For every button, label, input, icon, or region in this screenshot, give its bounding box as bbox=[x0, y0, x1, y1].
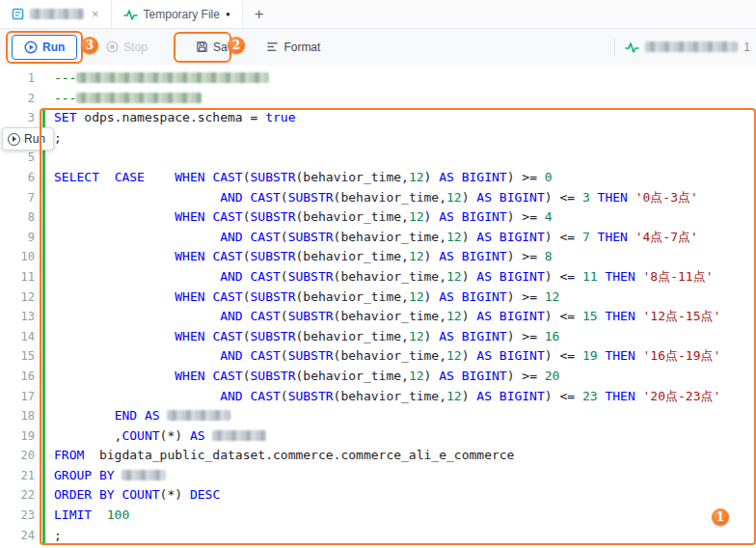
toolbar-divider bbox=[614, 39, 615, 56]
code-line[interactable]: 22ORDER BY COUNT(*) DESC bbox=[0, 485, 756, 506]
changed-line-indicator bbox=[42, 466, 45, 486]
code-line[interactable]: 7 AND CAST(SUBSTR(behavior_time,12) AS B… bbox=[0, 188, 756, 208]
script-file-icon bbox=[12, 8, 24, 20]
code-line[interactable]: 9 AND CAST(SUBSTR(behavior_time,12) AS B… bbox=[0, 228, 756, 248]
code-text: LIMIT 100 bbox=[54, 506, 129, 526]
line-number: 12 bbox=[0, 288, 35, 308]
code-line[interactable]: 1--- bbox=[0, 68, 756, 89]
changed-line-indicator bbox=[42, 346, 45, 367]
code-line[interactable]: 24; bbox=[0, 526, 756, 546]
code-line[interactable]: 5 bbox=[0, 148, 756, 168]
line-number: 21 bbox=[0, 466, 35, 486]
close-tab-icon[interactable]: × bbox=[92, 7, 99, 21]
changed-line-indicator bbox=[42, 207, 45, 228]
code-line[interactable]: 14 WHEN CAST(SUBSTR(behavior_time,12) AS… bbox=[0, 327, 756, 347]
code-text: --- bbox=[54, 68, 269, 89]
code-text: AND CAST(SUBSTR(behavior_time,12) AS BIG… bbox=[54, 228, 698, 248]
changed-line-indicator bbox=[42, 506, 45, 526]
code-line[interactable]: 19 ,COUNT(*) AS bbox=[0, 426, 756, 447]
changed-line-indicator bbox=[42, 367, 45, 387]
toolbar-right-text-redacted bbox=[645, 41, 738, 52]
line-number: 18 bbox=[0, 406, 35, 426]
changed-line-indicator bbox=[42, 108, 45, 128]
line-number: 13 bbox=[0, 307, 35, 327]
code-text: AND CAST(SUBSTR(behavior_time,12) AS BIG… bbox=[54, 387, 720, 407]
changed-line-indicator bbox=[42, 327, 45, 347]
inline-run-button[interactable]: Run bbox=[2, 127, 54, 151]
tab-title: Temporary File bbox=[144, 8, 220, 21]
line-number: 3 bbox=[0, 108, 35, 128]
stop-button[interactable]: Stop bbox=[106, 41, 148, 54]
code-text: AND CAST(SUBSTR(behavior_time,12) AS BIG… bbox=[54, 346, 720, 367]
changed-line-indicator bbox=[42, 307, 45, 327]
inline-run-label: Run bbox=[24, 132, 45, 146]
code-text: SELECT CASE WHEN CAST(SUBSTR(behavior_ti… bbox=[54, 168, 553, 188]
code-text: GROUP BY bbox=[54, 466, 166, 486]
line-number: 9 bbox=[0, 228, 35, 248]
code-line[interactable]: 15 AND CAST(SUBSTR(behavior_time,12) AS … bbox=[0, 346, 756, 367]
code-text: SET odps.namespace.schema = true bbox=[54, 108, 295, 128]
code-text: WHEN CAST(SUBSTR(behavior_time,12) AS BI… bbox=[54, 288, 559, 308]
code-line[interactable]: 6SELECT CASE WHEN CAST(SUBSTR(behavior_t… bbox=[0, 168, 756, 188]
line-number: 20 bbox=[0, 446, 35, 466]
line-number: 1 bbox=[0, 68, 35, 89]
redacted-text bbox=[76, 72, 269, 83]
line-number: 5 bbox=[0, 148, 35, 168]
redacted-text bbox=[76, 93, 202, 103]
code-text: AND CAST(SUBSTR(behavior_time,12) AS BIG… bbox=[54, 267, 714, 288]
line-number: 23 bbox=[0, 506, 35, 526]
unsaved-dot: ● bbox=[226, 11, 230, 18]
line-number: 10 bbox=[0, 247, 35, 267]
tab-bar: × Temporary File ● + bbox=[0, 0, 756, 29]
changed-line-indicator bbox=[42, 485, 45, 506]
code-text: WHEN CAST(SUBSTR(behavior_time,12) AS BI… bbox=[54, 247, 553, 267]
code-line[interactable]: 4; bbox=[0, 128, 756, 149]
code-text: AND CAST(SUBSTR(behavior_time,12) AS BIG… bbox=[54, 188, 698, 208]
code-text: WHEN CAST(SUBSTR(behavior_time,12) AS BI… bbox=[54, 207, 553, 228]
waveform-icon bbox=[123, 8, 138, 21]
code-line[interactable]: 10 WHEN CAST(SUBSTR(behavior_time,12) AS… bbox=[0, 247, 756, 267]
changed-line-indicator bbox=[42, 426, 45, 447]
toolbar-right-count: 1 bbox=[743, 41, 750, 54]
code-text: WHEN CAST(SUBSTR(behavior_time,12) AS BI… bbox=[54, 367, 559, 387]
line-number: 16 bbox=[0, 367, 35, 387]
redacted-text bbox=[212, 430, 266, 441]
changed-line-indicator bbox=[42, 68, 45, 89]
code-line[interactable]: 23LIMIT 100 bbox=[0, 506, 756, 526]
line-number: 15 bbox=[0, 346, 35, 367]
changed-line-indicator bbox=[42, 288, 45, 308]
run-button-label: Run bbox=[42, 41, 65, 54]
code-text: ; bbox=[54, 526, 62, 546]
code-line[interactable]: 11 AND CAST(SUBSTR(behavior_time,12) AS … bbox=[0, 267, 756, 288]
line-number: 2 bbox=[0, 89, 35, 109]
code-line[interactable]: 13 AND CAST(SUBSTR(behavior_time,12) AS … bbox=[0, 307, 756, 327]
changed-line-indicator bbox=[42, 168, 45, 188]
code-text: ORDER BY COUNT(*) DESC bbox=[54, 485, 220, 506]
code-line[interactable]: 16 WHEN CAST(SUBSTR(behavior_time,12) AS… bbox=[0, 367, 756, 387]
run-button[interactable]: Run bbox=[12, 35, 77, 60]
code-line[interactable]: 17 AND CAST(SUBSTR(behavior_time,12) AS … bbox=[0, 387, 756, 407]
line-number: 24 bbox=[0, 526, 35, 546]
code-text: AND CAST(SUBSTR(behavior_time,12) AS BIG… bbox=[54, 307, 720, 327]
code-line[interactable]: 18 END AS bbox=[0, 406, 756, 426]
toolbar-right-group: 1 bbox=[614, 29, 750, 65]
code-line[interactable]: 8 WHEN CAST(SUBSTR(behavior_time,12) AS … bbox=[0, 207, 756, 228]
code-line[interactable]: 3SET odps.namespace.schema = true bbox=[0, 108, 756, 128]
changed-line-indicator bbox=[42, 387, 45, 407]
code-editor[interactable]: 1---2---3SET odps.namespace.schema = tru… bbox=[0, 65, 756, 548]
code-line[interactable]: 21GROUP BY bbox=[0, 466, 756, 486]
code-text: WHEN CAST(SUBSTR(behavior_time,12) AS BI… bbox=[54, 327, 559, 347]
changed-line-indicator bbox=[42, 89, 45, 109]
tab-temporary-file[interactable]: Temporary File ● bbox=[112, 0, 243, 28]
new-tab-button[interactable]: + bbox=[243, 0, 276, 28]
code-line[interactable]: 12 WHEN CAST(SUBSTR(behavior_time,12) AS… bbox=[0, 288, 756, 308]
changed-line-indicator bbox=[42, 148, 45, 168]
tab-file-1[interactable]: × bbox=[0, 0, 112, 28]
format-button[interactable]: Format bbox=[266, 41, 320, 54]
redacted-text bbox=[167, 410, 230, 421]
code-line[interactable]: 2--- bbox=[0, 89, 756, 109]
code-line[interactable]: 20FROM bigdata_public_dataset.commerce.c… bbox=[0, 446, 756, 466]
line-number: 14 bbox=[0, 327, 35, 347]
save-button[interactable]: Save bbox=[196, 41, 239, 54]
code-text: ; bbox=[54, 128, 62, 149]
